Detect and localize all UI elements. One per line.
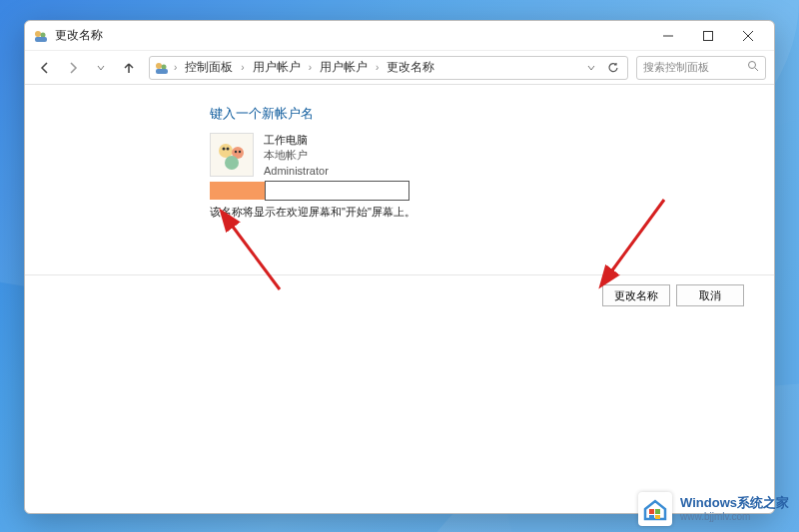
svg-rect-9 — [156, 69, 168, 74]
refresh-button[interactable] — [603, 58, 623, 78]
address-bar[interactable]: › 控制面板 › 用户帐户 › 用户帐户 › 更改名称 — [149, 56, 628, 80]
recent-dropdown[interactable] — [89, 56, 113, 80]
svg-rect-22 — [655, 509, 660, 514]
watermark-url: www.bjjmlv.com — [680, 511, 789, 522]
content-area: 键入一个新帐户名 工作电脑 本地帐户 Administrator — [25, 85, 774, 513]
cancel-button[interactable]: 取消 — [676, 284, 744, 306]
account-summary: 工作电脑 本地帐户 Administrator — [210, 133, 774, 179]
svg-point-16 — [227, 148, 230, 151]
user-accounts-icon — [33, 28, 49, 44]
account-avatar — [210, 133, 254, 177]
breadcrumb-item[interactable]: 控制面板 — [181, 57, 237, 78]
svg-point-0 — [35, 31, 41, 37]
svg-rect-23 — [649, 515, 654, 519]
maximize-button[interactable] — [688, 22, 728, 50]
svg-point-7 — [156, 63, 162, 69]
chevron-right-icon[interactable]: › — [307, 62, 314, 73]
action-buttons: 更改名称 取消 — [602, 284, 744, 306]
svg-point-12 — [219, 144, 233, 158]
user-accounts-icon — [154, 60, 170, 76]
svg-line-19 — [230, 223, 280, 289]
new-name-input[interactable] — [265, 181, 409, 201]
up-button[interactable] — [117, 56, 141, 80]
svg-point-15 — [223, 148, 226, 151]
breadcrumb-item[interactable]: 更改名称 — [383, 57, 438, 78]
window-title: 更改名称 — [55, 27, 103, 44]
svg-point-17 — [235, 151, 237, 153]
chevron-right-icon[interactable]: › — [374, 62, 381, 73]
search-placeholder: 搜索控制面板 — [643, 60, 747, 75]
forward-button[interactable] — [61, 56, 85, 80]
chevron-right-icon[interactable]: › — [172, 62, 179, 73]
breadcrumb-item[interactable]: 用户帐户 — [316, 57, 372, 78]
annotation-arrow — [220, 215, 290, 297]
account-name: 工作电脑 — [264, 133, 329, 148]
change-name-button[interactable]: 更改名称 — [602, 284, 670, 306]
back-button[interactable] — [33, 56, 57, 80]
search-input[interactable]: 搜索控制面板 — [636, 56, 766, 80]
close-button[interactable] — [728, 22, 768, 50]
svg-point-8 — [162, 64, 167, 69]
watermark-title: Windows系统之家 — [680, 496, 789, 510]
control-panel-window: 更改名称 — [24, 20, 775, 514]
svg-rect-24 — [655, 515, 660, 519]
svg-point-14 — [225, 156, 239, 170]
svg-rect-4 — [704, 31, 713, 40]
watermark-logo-icon — [638, 492, 672, 526]
svg-point-1 — [41, 32, 46, 37]
account-role: Administrator — [264, 164, 329, 179]
address-dropdown[interactable] — [581, 58, 601, 78]
watermark: Windows系统之家 www.bjjmlv.com — [638, 492, 789, 526]
breadcrumb-item[interactable]: 用户帐户 — [249, 57, 305, 78]
minimize-button[interactable] — [648, 22, 688, 50]
svg-line-11 — [755, 68, 758, 71]
search-icon — [747, 60, 759, 75]
svg-rect-2 — [35, 37, 47, 42]
divider — [25, 274, 774, 275]
chevron-right-icon[interactable]: › — [239, 62, 246, 73]
titlebar: 更改名称 — [25, 21, 774, 51]
toolbar: › 控制面板 › 用户帐户 › 用户帐户 › 更改名称 搜索控制面板 — [25, 51, 774, 85]
window-controls — [648, 22, 768, 50]
account-type: 本地帐户 — [264, 148, 329, 163]
redaction-box — [210, 182, 265, 200]
page-heading: 键入一个新帐户名 — [210, 105, 774, 123]
name-input-row — [210, 181, 774, 201]
svg-rect-21 — [649, 509, 654, 514]
helper-text: 该名称将显示在欢迎屏幕和"开始"屏幕上。 — [210, 205, 774, 220]
svg-point-10 — [749, 62, 756, 69]
svg-point-18 — [239, 151, 241, 153]
